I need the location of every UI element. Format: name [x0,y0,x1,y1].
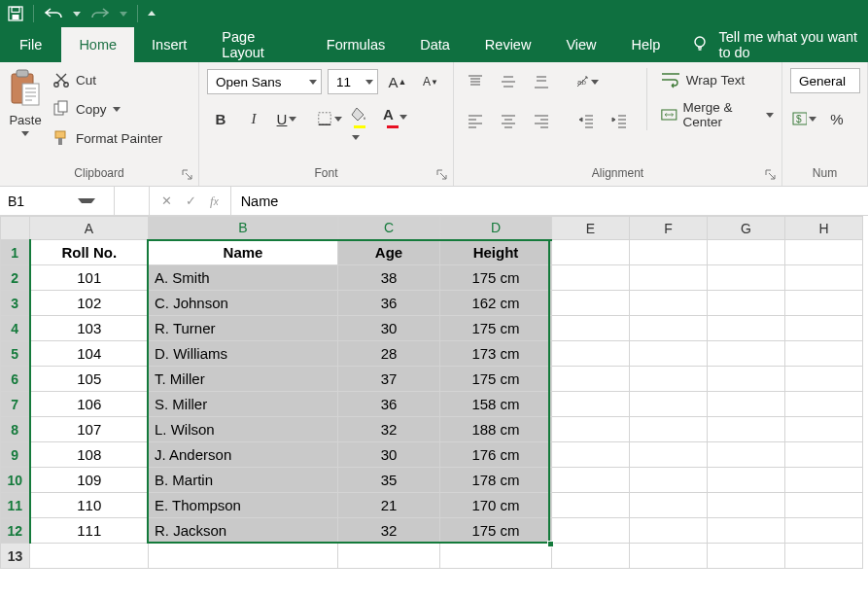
tab-home[interactable]: Home [61,27,134,62]
row-header[interactable]: 12 [1,518,30,544]
cell[interactable] [708,240,785,265]
cell[interactable]: E. Thompson [149,493,338,518]
col-header-E[interactable]: E [552,217,630,240]
cell[interactable] [785,493,863,518]
cell[interactable]: R. Turner [149,316,338,341]
cell[interactable] [630,316,708,341]
row-header[interactable]: 13 [1,544,30,569]
cell[interactable] [30,544,149,569]
font-color-button[interactable]: A [382,105,409,132]
cell[interactable]: 108 [30,442,149,468]
accounting-format-icon[interactable]: $ [790,105,817,132]
cell[interactable]: Age [338,240,440,265]
cell[interactable] [552,392,630,417]
redo-icon[interactable] [90,7,110,20]
row-header[interactable]: 3 [1,291,30,316]
cell[interactable] [552,367,630,392]
dialog-launcher-icon[interactable] [764,168,778,182]
cancel-icon[interactable]: ✕ [161,193,172,208]
tell-me[interactable]: Tell me what you want to do [677,27,868,62]
increase-indent-icon[interactable] [606,107,633,134]
cell[interactable]: T. Miller [149,367,338,392]
cell[interactable]: 188 cm [440,417,552,442]
cell[interactable] [785,316,863,341]
align-top-icon[interactable] [462,68,489,95]
cell[interactable]: 109 [30,468,149,493]
cell[interactable] [630,392,708,417]
cell[interactable] [630,367,708,392]
cell[interactable] [630,518,708,544]
cell[interactable]: 28 [338,341,440,367]
cell[interactable] [149,544,338,569]
cell[interactable]: 103 [30,316,149,341]
cell[interactable]: 178 cm [440,468,552,493]
percent-format-icon[interactable]: % [823,105,851,132]
cell[interactable] [552,442,630,468]
cell[interactable]: 30 [338,442,440,468]
cell[interactable]: C. Johnson [149,291,338,316]
cell[interactable]: D. Williams [149,341,338,367]
cell[interactable] [708,316,785,341]
tab-insert[interactable]: Insert [134,27,204,62]
font-name-select[interactable]: Open Sans [207,69,322,94]
cell[interactable] [630,240,708,265]
cell[interactable]: 176 cm [440,442,552,468]
font-size-select[interactable]: 11 [328,69,378,94]
cell[interactable] [708,265,785,291]
cell[interactable] [708,518,785,544]
cell[interactable]: 107 [30,417,149,442]
borders-button[interactable] [316,105,343,132]
col-header-H[interactable]: H [785,217,863,240]
cell[interactable] [785,442,863,468]
cell[interactable]: 175 cm [440,367,552,392]
customize-qat-icon[interactable] [148,11,156,16]
cell[interactable] [785,518,863,544]
cell[interactable] [708,442,785,468]
row-header[interactable]: 10 [1,468,30,493]
col-header-F[interactable]: F [630,217,708,240]
cell[interactable] [785,265,863,291]
row-header[interactable]: 9 [1,442,30,468]
cell[interactable] [552,291,630,316]
number-format-select[interactable]: General [790,68,860,93]
cell[interactable]: Name [149,240,338,265]
cell[interactable]: 158 cm [440,392,552,417]
fill-color-button[interactable] [349,105,376,132]
cell[interactable] [552,316,630,341]
cell[interactable] [785,240,863,265]
align-bottom-icon[interactable] [528,68,555,95]
cell[interactable]: 38 [338,265,440,291]
cut-button[interactable]: Cut [52,68,162,91]
cell[interactable] [630,468,708,493]
formula-input[interactable] [231,187,868,215]
cell[interactable]: L. Wilson [149,417,338,442]
cell[interactable]: 105 [30,367,149,392]
align-left-icon[interactable] [462,107,489,134]
cell[interactable]: B. Martin [149,468,338,493]
cell[interactable] [708,392,785,417]
select-all-corner[interactable] [1,217,30,240]
cell[interactable]: 30 [338,316,440,341]
fill-handle[interactable] [547,541,554,547]
fx-icon[interactable]: fx [210,193,219,209]
cell[interactable]: Roll No. [30,240,149,265]
cell[interactable]: J. Anderson [149,442,338,468]
cell[interactable]: 36 [338,291,440,316]
row-header[interactable]: 2 [1,265,30,291]
cell[interactable]: S. Miller [149,392,338,417]
tab-file[interactable]: File [0,27,61,62]
cell[interactable] [785,417,863,442]
cell[interactable]: 35 [338,468,440,493]
undo-icon[interactable] [44,7,63,20]
cell[interactable]: R. Jackson [149,518,338,544]
row-header[interactable]: 8 [1,417,30,442]
tab-help[interactable]: Help [614,27,678,62]
row-header[interactable]: 5 [1,341,30,367]
wrap-text-button[interactable]: Wrap Text [661,68,774,91]
copy-dropdown-icon[interactable] [113,107,121,112]
cell[interactable] [552,265,630,291]
cell[interactable]: 110 [30,493,149,518]
tab-data[interactable]: Data [402,27,468,62]
cell[interactable] [630,291,708,316]
col-header-C[interactable]: C [338,217,440,240]
